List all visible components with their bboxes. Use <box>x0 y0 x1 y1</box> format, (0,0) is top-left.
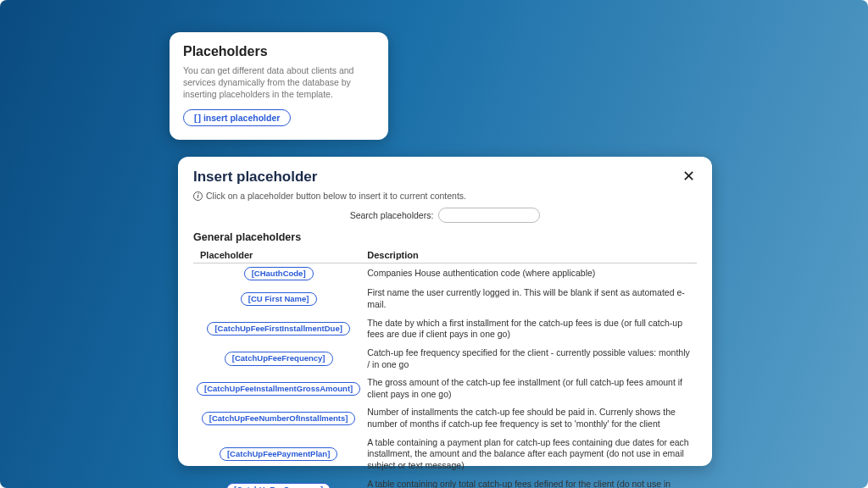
insert-placeholder-button-label: insert placeholder <box>203 113 280 123</box>
placeholder-description: A table containing only total catch-up f… <box>364 475 697 488</box>
table-row: [CHauthCode]Companies House authenticati… <box>193 263 697 285</box>
placeholder-pill[interactable]: [CatchUpFeeFirstInstallmentDue] <box>207 322 349 336</box>
table-row: [CatchUpFeeSummary]A table containing on… <box>193 475 697 488</box>
search-input[interactable] <box>438 208 540 223</box>
placeholder-pill[interactable]: [CHauthCode] <box>244 267 314 280</box>
col-placeholder: Placeholder <box>193 247 364 263</box>
search-label: Search placeholders: <box>350 210 434 220</box>
app-background: Placeholders You can get different data … <box>0 0 868 488</box>
close-icon[interactable]: ✕ <box>681 169 697 184</box>
table-row: [CatchUpFeeFrequency]Catch-up fee freque… <box>193 344 697 374</box>
placeholder-table: Placeholder Description [CHauthCode]Comp… <box>193 247 697 488</box>
intro-title: Placeholders <box>183 44 375 59</box>
placeholder-pill[interactable]: [CatchUpFeeSummary] <box>226 483 331 488</box>
placeholder-description: The gross amount of the catch-up fee ins… <box>364 374 697 403</box>
placeholder-description: Companies House authentication code (whe… <box>364 263 697 285</box>
brackets-icon: [ ] <box>194 113 200 123</box>
placeholder-description: Number of installments the catch-up fee … <box>364 403 697 433</box>
placeholder-pill[interactable]: [CatchUpFeeNumberOfInstallments] <box>202 412 356 425</box>
table-row: [CatchUpFeeInstallmentGrossAmount]The gr… <box>193 374 697 403</box>
table-row: [CU First Name]First name the user curre… <box>193 284 697 313</box>
placeholder-description: The date by which a first installment fo… <box>364 314 697 344</box>
col-description: Description <box>364 247 697 263</box>
table-row: [CatchUpFeePaymentPlan]A table containin… <box>193 434 697 475</box>
search-row: Search placeholders: <box>193 208 697 223</box>
placeholder-description: Catch-up fee frequency specified for the… <box>364 344 697 374</box>
modal-hint: i Click on a placeholder button below to… <box>193 191 697 201</box>
placeholder-description: First name the user currently logged in.… <box>364 284 697 313</box>
intro-body: You can get different data about clients… <box>183 64 375 101</box>
table-row: [CatchUpFeeFirstInstallmentDue]The date … <box>193 314 697 344</box>
placeholders-intro-card: Placeholders You can get different data … <box>170 32 388 140</box>
placeholder-pill[interactable]: [CU First Name] <box>241 292 317 306</box>
placeholder-description: A table containing a payment plan for ca… <box>364 434 697 475</box>
placeholder-pill[interactable]: [CatchUpFeePaymentPlan] <box>220 447 337 461</box>
info-icon: i <box>193 191 203 201</box>
section-title: General placeholders <box>193 231 697 243</box>
table-row: [CatchUpFeeNumberOfInstallments]Number o… <box>193 403 697 433</box>
modal-hint-text: Click on a placeholder button below to i… <box>206 191 466 201</box>
placeholder-pill[interactable]: [CatchUpFeeFrequency] <box>225 352 333 365</box>
insert-placeholder-button[interactable]: [ ] insert placeholder <box>183 109 291 126</box>
insert-placeholder-modal: Insert placeholder ✕ i Click on a placeh… <box>178 157 712 466</box>
placeholder-pill[interactable]: [CatchUpFeeInstallmentGrossAmount] <box>197 382 360 396</box>
modal-title: Insert placeholder <box>193 169 317 186</box>
